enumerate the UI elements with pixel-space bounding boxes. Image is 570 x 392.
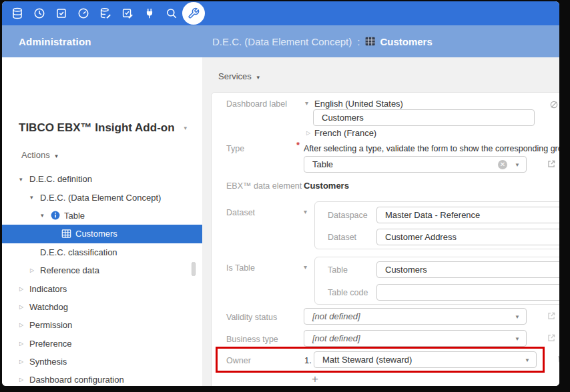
owner-combo[interactable]: Matt Steward (steward) ▼ <box>314 351 537 368</box>
add-owner-button[interactable]: + <box>312 373 318 386</box>
perspective-selector[interactable]: TIBCO EBX™ Insight Add-on ▾ <box>19 121 187 135</box>
services-label: Services <box>218 71 252 81</box>
tree-item-d-e-c-data-element-concept[interactable]: ▾D.E.C. (Data Element Concept) <box>2 188 202 206</box>
title-bar: Administration D.E.C. (Data Element Conc… <box>2 25 559 57</box>
open-record-icon[interactable] <box>547 311 556 321</box>
dashboard-label-english-input[interactable]: Customers <box>313 109 535 126</box>
english-locale-label: English (United States) <box>314 99 403 109</box>
open-record-icon[interactable] <box>547 159 556 169</box>
table-icon <box>61 229 71 238</box>
tree-collapsed-caret[interactable]: ▷ <box>19 377 29 383</box>
is-table-collapse-caret[interactable]: ▾ <box>304 263 307 271</box>
business-type-value: [not defined] <box>312 333 360 343</box>
wrench-icon[interactable] <box>182 1 204 25</box>
actions-menu[interactable]: Actions ▾ <box>21 150 58 160</box>
type-value: Table <box>312 159 333 169</box>
clear-icon[interactable]: ✕ <box>498 160 507 169</box>
tree-collapsed-caret[interactable]: ▷ <box>19 304 29 310</box>
info-icon <box>51 211 60 220</box>
dataset-group-box: Dataspace Master Data - Reference Datase… <box>314 201 559 249</box>
table-code-input[interactable] <box>376 284 559 301</box>
ebx-data-element-label: EBX™ data element <box>226 181 302 191</box>
type-combo[interactable]: Table ✕ ▼ <box>304 156 527 173</box>
required-asterisk: * <box>296 140 300 150</box>
tree-item-permission[interactable]: ▷Permission <box>2 316 202 334</box>
tree-collapsed-caret[interactable]: ▷ <box>19 341 29 347</box>
combo-caret-icon: ▼ <box>515 314 520 320</box>
actions-label: Actions <box>21 150 50 160</box>
tree-item-label: Customers <box>75 229 117 239</box>
tree-item-preference[interactable]: ▷Preference <box>2 335 202 353</box>
checklist-edit-icon[interactable] <box>116 1 138 25</box>
tree-item-d-e-c-classification[interactable]: D.E.C. classification <box>2 243 202 261</box>
tree-expanded-caret[interactable]: ▾ <box>19 176 29 183</box>
tree-collapsed-caret[interactable]: ▷ <box>30 267 40 273</box>
search-icon[interactable] <box>160 1 182 25</box>
tree-item-dashboard-configuration[interactable]: ▷Dashboard configuration <box>2 371 202 386</box>
tree-item-label: D.E.C. classification <box>40 247 117 257</box>
open-record-icon[interactable] <box>547 333 556 343</box>
tree-item-d-e-c-definition[interactable]: ▾D.E.C. definition <box>2 170 202 188</box>
tree-item-label: Table <box>64 211 85 221</box>
tree-collapsed-caret[interactable]: ▷ <box>19 286 29 292</box>
combo-caret-icon: ▼ <box>515 162 520 168</box>
english-expand-caret[interactable]: ▾ <box>305 99 308 107</box>
table-input[interactable]: Customers <box>376 261 559 278</box>
tree-item-label: D.E.C. (Data Element Concept) <box>40 193 161 203</box>
breadcrumb-parent[interactable]: D.E.C. (Data Element Concept) <box>212 36 352 47</box>
dataset-collapse-caret[interactable]: ▾ <box>304 208 307 215</box>
database-icon[interactable] <box>6 1 28 25</box>
validity-status-value: [not defined] <box>312 311 360 321</box>
clock-icon[interactable] <box>28 1 50 25</box>
dataset-group-label: Dataset <box>226 208 255 217</box>
breadcrumb-separator: : <box>357 36 360 47</box>
navigation-tree: ▾D.E.C. definition▾D.E.C. (Data Element … <box>2 170 202 386</box>
french-collapse-caret[interactable]: ▷ <box>306 130 310 136</box>
services-menu[interactable]: Services ▾ <box>218 71 260 81</box>
dataspace-label: Dataspace <box>328 211 368 220</box>
tree-item-label: Watchdog <box>29 302 68 312</box>
is-table-group-label: Is Table <box>226 263 255 273</box>
tree-item-label: Synthesis <box>29 357 67 367</box>
tree-item-label: Preference <box>29 339 72 349</box>
dashboard-label-label: Dashboard label <box>226 99 287 109</box>
delete-icon[interactable] <box>557 354 559 363</box>
record-form: Dashboard label ▾ English (United States… <box>211 92 559 386</box>
app-window: Administration D.E.C. (Data Element Conc… <box>2 1 559 386</box>
checkbox-icon[interactable] <box>50 1 72 25</box>
owner-value: Matt Steward (steward) <box>322 355 412 365</box>
dataset-input[interactable]: Customer Address <box>376 229 559 245</box>
tree-item-table[interactable]: ▾Table <box>2 207 202 225</box>
hide-field-icon[interactable] <box>549 100 559 109</box>
dataset-value: Customer Address <box>385 232 457 242</box>
tree-expanded-caret[interactable]: ▾ <box>41 212 51 219</box>
tree-collapsed-caret[interactable]: ▷ <box>19 359 29 365</box>
tree-item-customers[interactable]: Customers <box>2 225 202 243</box>
validity-status-combo[interactable]: [not defined] ▼ <box>304 308 527 325</box>
gauge-icon[interactable] <box>72 1 94 25</box>
perspective-title: TIBCO EBX™ Insight Add-on <box>19 121 175 135</box>
dataspace-input[interactable]: Master Data - Reference <box>376 207 559 223</box>
database-edit-icon[interactable] <box>94 1 116 25</box>
breadcrumb: D.E.C. (Data Element Concept) : Customer… <box>212 25 433 57</box>
tree-item-indicators[interactable]: ▷Indicators <box>2 279 202 297</box>
top-toolbar <box>2 1 559 25</box>
tree-item-label: Dashboard configuration <box>29 375 124 385</box>
business-type-combo[interactable]: [not defined] ▼ <box>304 330 527 347</box>
tree-expanded-caret[interactable]: ▾ <box>30 194 40 201</box>
table-value: Customers <box>385 265 427 275</box>
chevron-down-icon: ▾ <box>184 125 188 131</box>
main-content: Services ▾ Dashboard label ▾ English (Un… <box>202 57 559 386</box>
tree-item-synthesis[interactable]: ▷Synthesis <box>2 353 202 371</box>
tree-item-watchdog[interactable]: ▷Watchdog <box>2 298 202 316</box>
entity-title: Customers <box>380 36 432 47</box>
plug-icon[interactable] <box>138 1 160 25</box>
tree-item-label: Reference data <box>40 265 99 275</box>
tree-item-reference-data[interactable]: ▷Reference data <box>2 261 202 279</box>
validity-status-label: Validity status <box>226 313 277 322</box>
tree-item-label: Permission <box>29 320 72 330</box>
sidebar-scrollbar-thumb[interactable] <box>192 262 196 276</box>
ebx-data-element-value: Customers <box>304 181 349 191</box>
tree-collapsed-caret[interactable]: ▷ <box>19 322 29 328</box>
tree-item-label: D.E.C. definition <box>29 174 92 184</box>
